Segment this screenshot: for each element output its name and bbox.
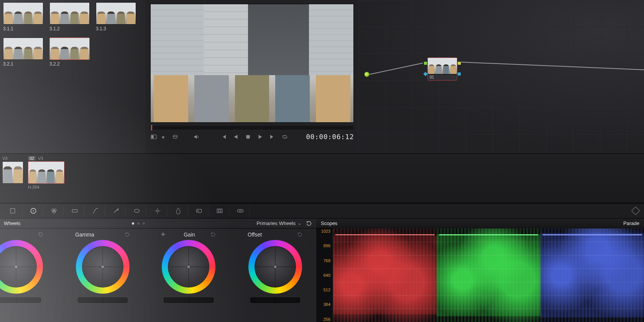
reset-icon[interactable]	[38, 232, 44, 238]
key-icon[interactable]	[189, 205, 209, 216]
node-label: 01	[430, 75, 434, 79]
auto-balance-picker-icon[interactable]: ✛	[161, 232, 169, 238]
offset-master-jog[interactable]	[250, 297, 300, 303]
clip-label: 3.2.1	[3, 61, 13, 67]
parade-green	[437, 228, 540, 322]
clip-codec: H.264	[28, 185, 64, 189]
panel-title: Scopes	[321, 220, 337, 226]
clip-label: 3.1.3	[96, 26, 106, 31]
clip-thumb-selected[interactable]: 3.2.2	[49, 38, 90, 67]
color-mixer-icon[interactable]	[44, 205, 64, 216]
thumbnail-timeline[interactable]: V3 02 V3 H.264	[0, 153, 644, 203]
gamma-master-jog[interactable]	[78, 297, 128, 303]
scopes-mode[interactable]: Parade	[623, 220, 639, 226]
timeline-clip-selected[interactable]: 02 V3 H.264	[28, 156, 64, 189]
viewer-scrubber[interactable]	[150, 126, 354, 130]
svg-point-6	[33, 210, 34, 212]
viewer-canvas[interactable]	[150, 4, 354, 123]
wheel-label: Gain	[184, 232, 195, 238]
node-wire	[461, 62, 644, 71]
prev-clip-icon[interactable]	[220, 133, 227, 140]
qualifier-icon[interactable]	[107, 205, 126, 216]
node-wire	[370, 62, 423, 74]
chevron-down-icon[interactable]: ▾	[159, 134, 166, 141]
svg-point-2	[173, 135, 177, 136]
svg-rect-3	[246, 135, 250, 138]
timeline-clip[interactable]: V3	[2, 156, 23, 184]
loop-icon[interactable]	[281, 133, 288, 140]
node-port-in-rgb[interactable]	[424, 62, 427, 65]
svg-rect-1	[151, 135, 153, 138]
gamma-wheel[interactable]	[76, 240, 130, 294]
play-icon[interactable]	[257, 133, 264, 140]
node-port-in-key[interactable]	[423, 72, 427, 76]
parade-red	[333, 228, 437, 322]
clip-thumb[interactable]: 3.1.1	[3, 2, 43, 31]
node-graph-input[interactable]	[364, 72, 370, 77]
svg-point-11	[134, 209, 139, 212]
svg-rect-15	[217, 209, 222, 213]
stereo-3d-icon[interactable]: 3D	[231, 205, 250, 216]
clip-thumb[interactable]: 3.1.2	[49, 2, 90, 31]
page-dots[interactable]	[20, 222, 256, 225]
wheels-mode-dropdown[interactable]: Primaries Wheels ⌄	[256, 220, 301, 226]
clip-index: 02	[28, 156, 36, 161]
node-graph[interactable]: 01	[358, 0, 644, 153]
panel-title: Wheels	[4, 220, 20, 226]
image-wipe-icon[interactable]	[150, 133, 157, 140]
playhead[interactable]	[151, 125, 152, 130]
hdr-icon[interactable]	[65, 205, 84, 216]
next-clip-icon[interactable]	[269, 133, 276, 140]
clip-label: 3.1.1	[3, 26, 13, 31]
svg-point-12	[156, 210, 158, 212]
node-port-out-rgb[interactable]	[458, 62, 461, 65]
svg-rect-4	[10, 209, 15, 213]
clip-label: 3.2.2	[49, 61, 60, 67]
parade-scope[interactable]	[333, 228, 644, 322]
gain-wheel[interactable]	[162, 240, 215, 294]
wheel-label: Gamma	[75, 232, 94, 238]
corrector-node[interactable]: 01	[427, 58, 457, 80]
gain-master-jog[interactable]	[164, 297, 214, 303]
curves-icon[interactable]	[86, 205, 105, 216]
color-wheels-icon[interactable]	[24, 205, 43, 216]
palette-toolbar: 3D	[0, 203, 644, 219]
stop-icon[interactable]	[245, 133, 251, 140]
viewer-timecode[interactable]: 00:00:06:12	[306, 133, 354, 141]
chevron-down-icon: ⌄	[298, 221, 301, 225]
scope-tick: 384	[324, 302, 330, 307]
lift-wheel[interactable]	[0, 240, 43, 294]
scope-tick: 896	[324, 243, 330, 248]
media-pool: 3.1.1 3.1.2 3.1.3	[0, 0, 146, 153]
sizing-icon[interactable]	[210, 205, 229, 216]
reset-icon[interactable]	[297, 232, 303, 238]
svg-point-14	[197, 210, 198, 211]
color-wheels-panel: Wheels Primaries Wheels ⌄ Lift	[0, 219, 316, 322]
reset-icon[interactable]	[210, 232, 216, 238]
offset-wheel[interactable]	[248, 240, 302, 294]
node-port-out-key[interactable]	[458, 72, 461, 76]
play-reverse-icon[interactable]	[232, 133, 239, 140]
scope-tick: 1023	[321, 229, 330, 233]
svg-text:3D: 3D	[239, 210, 242, 212]
crop-icon[interactable]	[3, 205, 22, 216]
blur-icon[interactable]	[169, 205, 188, 216]
reset-icon[interactable]	[306, 220, 312, 227]
bypass-icon[interactable]	[172, 133, 179, 140]
tracking-icon[interactable]	[148, 205, 167, 216]
mute-icon[interactable]	[193, 133, 200, 140]
lift-master-jog[interactable]	[0, 297, 41, 303]
reset-icon[interactable]	[124, 232, 130, 238]
scope-tick: 640	[324, 273, 330, 278]
window-icon[interactable]	[127, 205, 146, 216]
scope-tick: 256	[324, 317, 330, 322]
wheel-label: Offset	[248, 232, 262, 238]
viewer: ▾	[146, 0, 358, 153]
keyframe-toggle-icon[interactable]	[631, 207, 640, 215]
clip-thumb[interactable]: 3.2.1	[3, 38, 43, 67]
clip-thumb[interactable]: 3.1.3	[96, 2, 136, 31]
scope-tick: 512	[324, 288, 330, 292]
scope-scale: 1023896768640512384256	[316, 228, 333, 322]
svg-rect-10	[72, 210, 77, 212]
clip-label: 3.1.2	[49, 26, 60, 31]
